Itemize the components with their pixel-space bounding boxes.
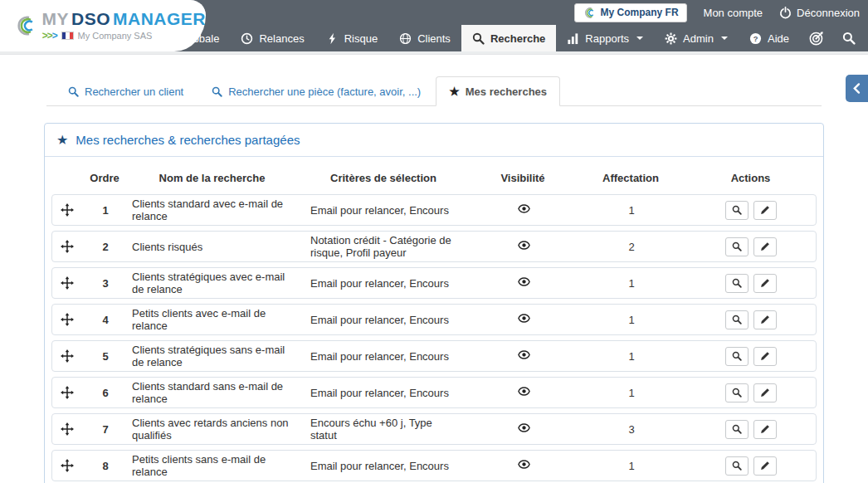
pencil-icon xyxy=(760,315,770,324)
run-search-button[interactable] xyxy=(725,274,749,293)
run-search-button[interactable] xyxy=(725,237,749,256)
run-search-button[interactable] xyxy=(725,347,749,366)
global-search-button[interactable] xyxy=(833,32,865,45)
collapse-panel-button[interactable] xyxy=(846,75,868,102)
nav-item-recherche[interactable]: Recherche xyxy=(461,25,556,51)
edit-search-button[interactable] xyxy=(753,274,777,293)
move-row-handle[interactable] xyxy=(61,422,74,436)
edit-search-button[interactable] xyxy=(753,310,777,329)
app-logo[interactable]: MYDSOMANAGER >>> My Company SAS xyxy=(0,0,206,51)
row-name: Clients avec retards anciens non qualifi… xyxy=(129,417,307,442)
row-name: Clients risqués xyxy=(129,241,307,253)
pencil-icon xyxy=(760,424,770,434)
nav-item-rapports[interactable]: Rapports xyxy=(556,25,654,51)
globe-icon xyxy=(399,32,412,45)
panel-title: Mes recherches & recherches partagées xyxy=(76,133,300,147)
column-header-affectation: Affectation xyxy=(577,172,685,184)
pencil-icon xyxy=(760,278,770,288)
run-search-button[interactable] xyxy=(725,201,749,220)
nav-item-aide[interactable]: Aide xyxy=(739,25,800,51)
table-row: 6 Clients standard sans e-mail de relanc… xyxy=(51,377,817,408)
move-row-handle[interactable] xyxy=(61,313,74,326)
move-icon xyxy=(61,240,74,253)
company-switcher-button[interactable]: My Company FR xyxy=(574,3,687,22)
logo-wordmark: MYDSOMANAGER xyxy=(41,10,206,28)
nav-item-risque[interactable]: Risque xyxy=(315,25,388,51)
row-name: Petits clients avec e-mail de relance xyxy=(129,307,307,332)
row-visibility xyxy=(470,458,578,473)
pencil-icon xyxy=(760,461,770,471)
row-affectation: 2 xyxy=(578,241,685,253)
chevron-left-icon xyxy=(851,82,863,95)
logo-arcs-icon xyxy=(15,7,37,45)
edit-search-button[interactable] xyxy=(753,456,777,476)
bolt-icon xyxy=(326,32,339,45)
tab-mes-recherches[interactable]: ★ Mes recherches xyxy=(436,76,560,106)
edit-search-button[interactable] xyxy=(753,201,777,220)
edit-search-button[interactable] xyxy=(753,420,777,439)
run-search-button[interactable] xyxy=(725,383,749,402)
company-switcher-label: My Company FR xyxy=(601,7,679,18)
edit-search-button[interactable] xyxy=(753,347,777,366)
run-search-button[interactable] xyxy=(725,310,749,329)
tab-rechercher-une-pi-ce-facture-avoir[interactable]: Rechercher une pièce (facture, avoir, ..… xyxy=(198,77,434,106)
logout-link[interactable]: Déconnexion xyxy=(779,7,860,19)
run-search-button[interactable] xyxy=(725,456,749,476)
row-name: Clients stratégiques avec e-mail de rela… xyxy=(129,271,307,295)
tab-rechercher-un-client[interactable]: Rechercher un client xyxy=(55,77,197,106)
search-icon xyxy=(732,278,742,288)
pencil-icon xyxy=(760,242,770,251)
nav-item-label: Relances xyxy=(259,32,304,45)
table-row: 7 Clients avec retards anciens non quali… xyxy=(51,413,817,445)
row-criteria: Email pour relancer, Encours xyxy=(307,277,470,290)
row-name: Clients stratégiques sans e-mail de rela… xyxy=(129,344,307,368)
move-row-handle[interactable] xyxy=(61,459,74,472)
search-tabs: Rechercher un client Rechercher une pièc… xyxy=(46,76,822,106)
row-order: 3 xyxy=(82,277,129,290)
my-account-link[interactable]: Mon compte xyxy=(704,7,763,19)
row-visibility xyxy=(470,385,578,400)
edit-search-button[interactable] xyxy=(753,383,777,402)
nav-item-clients[interactable]: Clients xyxy=(388,25,461,51)
run-search-button[interactable] xyxy=(725,420,749,439)
row-criteria: Email pour relancer, Encours xyxy=(307,387,470,399)
row-visibility xyxy=(470,349,578,363)
visibility-eye-icon xyxy=(518,385,530,398)
row-order: 2 xyxy=(82,241,129,253)
move-icon xyxy=(61,313,74,326)
visibility-eye-icon xyxy=(518,458,530,471)
question-icon xyxy=(749,32,762,45)
table-row: 1 Clients standard avec e-mail de relanc… xyxy=(51,194,817,226)
row-order: 4 xyxy=(82,314,129,326)
table-row: 5 Clients stratégiques sans e-mail de re… xyxy=(51,340,817,372)
visibility-eye-icon xyxy=(518,422,530,434)
row-order: 7 xyxy=(82,423,129,436)
logo-chevrons: >>> xyxy=(41,30,56,41)
header-separator xyxy=(0,51,868,55)
move-row-handle[interactable] xyxy=(61,203,74,217)
search-icon xyxy=(68,86,79,97)
row-affectation: 1 xyxy=(578,204,685,217)
row-visibility xyxy=(470,239,578,254)
nav-item-label: Recherche xyxy=(490,32,545,45)
visibility-eye-icon xyxy=(518,312,530,324)
app-window: MYDSOMANAGER >>> My Company SAS My Compa… xyxy=(0,0,868,483)
table-rows: 1 Clients standard avec e-mail de relanc… xyxy=(51,194,817,483)
move-row-handle[interactable] xyxy=(61,240,74,253)
move-row-handle[interactable] xyxy=(61,276,74,290)
column-header-visibilite: Visibilité xyxy=(469,172,577,184)
row-criteria: Notation crédit - Catégorie de risque, P… xyxy=(307,234,470,259)
edit-search-button[interactable] xyxy=(753,237,777,256)
table-row: 2 Clients risqués Notation crédit - Caté… xyxy=(51,231,817,262)
row-order: 8 xyxy=(82,460,129,472)
move-icon xyxy=(61,386,74,399)
nav-item-relances[interactable]: Relances xyxy=(230,25,315,51)
move-row-handle[interactable] xyxy=(61,386,74,399)
nav-item-admin[interactable]: Admin xyxy=(654,25,739,51)
logo-company-name: My Company SAS xyxy=(78,31,153,41)
row-affectation: 3 xyxy=(578,423,685,436)
objectives-target-button[interactable] xyxy=(800,31,833,46)
move-row-handle[interactable] xyxy=(61,349,74,363)
search-icon xyxy=(472,32,485,45)
pencil-icon xyxy=(760,388,770,398)
